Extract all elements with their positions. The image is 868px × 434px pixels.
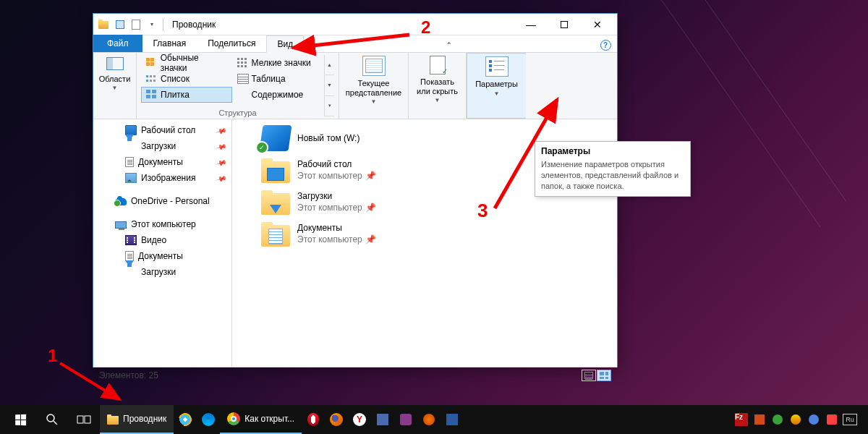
search-button[interactable] xyxy=(36,405,68,434)
ribbon-group-layout: Обычные значки Мелкие значки Список Табл… xyxy=(137,53,339,119)
status-bar: Элементов: 25 xyxy=(93,367,617,383)
pin-icon: 📌 xyxy=(365,171,376,181)
minimize-button[interactable]: — xyxy=(514,14,548,35)
file-name: Рабочий стол xyxy=(297,159,376,169)
taskbar-app-2[interactable] xyxy=(394,405,417,434)
svg-rect-5 xyxy=(77,416,83,423)
options-icon xyxy=(485,56,509,77)
sidebar-item-pictures[interactable]: Изображения📌 xyxy=(93,170,231,186)
taskbar-app-4[interactable] xyxy=(441,405,464,434)
tooltip-title: Параметры xyxy=(541,146,684,156)
medium-icons-icon xyxy=(146,58,158,68)
tab-share[interactable]: Поделиться xyxy=(197,35,266,52)
search-icon xyxy=(46,413,59,426)
chrome-icon xyxy=(227,412,240,425)
sidebar-item-documents-2[interactable]: Документы xyxy=(93,248,231,264)
layout-medium-icons[interactable]: Обычные значки xyxy=(141,55,232,71)
folder-icon xyxy=(107,416,119,425)
ribbon-show-hide[interactable]: Показать или скрыть ▼ xyxy=(409,53,467,119)
tray-app-a[interactable] xyxy=(752,412,767,427)
help-button[interactable]: ? xyxy=(597,38,614,52)
documents-icon xyxy=(125,251,134,261)
taskbar-edge[interactable] xyxy=(197,405,220,434)
tray-language[interactable]: Ru xyxy=(842,412,858,427)
file-item-documents[interactable]: ДокументыЭтот компьютер📌 xyxy=(232,218,617,250)
ribbon-group-panes: Области ▼ xyxy=(93,53,137,119)
status-view-details[interactable] xyxy=(582,370,596,381)
yandex-icon: Y xyxy=(353,413,366,426)
tray-icon xyxy=(809,414,819,425)
edge-icon xyxy=(202,413,215,426)
status-view-tiles[interactable] xyxy=(597,370,611,381)
desktop-icon xyxy=(125,125,137,135)
app-icon xyxy=(400,414,412,425)
taskbar-app-1[interactable] xyxy=(371,405,394,434)
tray-app-e[interactable] xyxy=(824,412,840,427)
taskbar-chrome-label: Как открыт... xyxy=(244,414,294,424)
layout-tiles[interactable]: Плитка xyxy=(141,87,232,103)
close-button[interactable]: ✕ xyxy=(581,14,614,35)
tray-filezilla[interactable]: Fz xyxy=(733,412,749,427)
sidebar-item-documents[interactable]: Документы📌 xyxy=(93,154,231,170)
qat-properties-button[interactable] xyxy=(112,17,128,33)
ribbon-current-view[interactable]: Текущее представление ▼ xyxy=(339,53,409,119)
folder-documents-icon xyxy=(261,225,290,247)
opera-icon xyxy=(307,413,319,426)
file-name: Документы xyxy=(297,223,376,233)
file-name: Загрузки xyxy=(297,191,376,201)
drive-icon xyxy=(259,125,292,151)
tab-home[interactable]: Главная xyxy=(142,35,197,52)
pictures-icon xyxy=(125,173,137,183)
maximize-button[interactable] xyxy=(548,14,581,35)
layout-scroll-down[interactable]: ▼ xyxy=(325,75,334,95)
taskbar-firefox[interactable] xyxy=(325,405,348,434)
svg-point-3 xyxy=(47,414,54,422)
windows-logo-icon xyxy=(15,414,26,425)
taskbar-ie[interactable] xyxy=(174,405,197,434)
layout-scroll-up[interactable]: ▲ xyxy=(325,55,334,75)
qat-customize-button[interactable]: ▾ xyxy=(144,17,160,33)
annotation-label-1: 1 xyxy=(48,346,57,366)
sidebar-item-onedrive[interactable]: OneDrive - Personal xyxy=(93,193,231,209)
titlebar: ▾ Проводник — ✕ xyxy=(93,14,617,35)
taskbar-explorer-label: Проводник xyxy=(123,414,166,424)
folder-downloads-icon xyxy=(261,193,290,215)
taskview-icon xyxy=(77,414,91,425)
ribbon-collapse-button[interactable]: ⌃ xyxy=(441,38,458,52)
layout-content[interactable]: Содержимое xyxy=(232,87,323,103)
start-button[interactable] xyxy=(4,405,36,434)
taskbar-explorer[interactable]: Проводник xyxy=(100,405,174,434)
task-view-button[interactable] xyxy=(68,405,100,434)
ribbon-options-button[interactable]: Параметры ▼ xyxy=(467,53,526,119)
options-tooltip: Параметры Изменение параметров открытия … xyxy=(535,141,691,197)
taskbar-chrome-tab[interactable]: Как открыт... xyxy=(220,405,302,434)
sidebar-item-videos[interactable]: Видео xyxy=(93,232,231,248)
tray-app-d[interactable] xyxy=(806,412,822,427)
sidebar-item-downloads[interactable]: Загрузки📌 xyxy=(93,138,231,154)
show-hide-label: Показать или скрыть xyxy=(417,77,458,95)
taskbar-app-3[interactable] xyxy=(417,405,441,434)
tab-view[interactable]: Вид xyxy=(266,35,304,53)
panes-label[interactable]: Области xyxy=(99,75,131,83)
status-item-count: Элементов: 25 xyxy=(99,370,158,380)
svg-rect-6 xyxy=(85,416,90,423)
tray-app-c[interactable] xyxy=(788,412,804,427)
pin-icon: 📌 xyxy=(216,140,227,152)
downloads-icon xyxy=(125,260,134,277)
sidebar-item-desktop[interactable]: Рабочий стол📌 xyxy=(93,122,231,138)
thispc-icon xyxy=(115,221,127,229)
taskbar-opera[interactable] xyxy=(302,405,325,434)
ribbon-tabs: Файл Главная Поделиться Вид ⌃ ? xyxy=(93,35,617,53)
layout-list[interactable]: Список xyxy=(141,71,232,87)
taskbar-yandex[interactable]: Y xyxy=(348,405,371,434)
chevron-down-icon: ▼ xyxy=(435,97,441,103)
tab-file[interactable]: Файл xyxy=(93,35,142,52)
qat-new-folder-button[interactable] xyxy=(128,17,144,33)
sidebar-item-thispc[interactable]: Этот компьютер xyxy=(93,216,231,232)
pin-icon: 📌 xyxy=(365,234,376,244)
app-icon xyxy=(423,414,435,425)
sidebar-item-downloads-2[interactable]: Загрузки xyxy=(93,264,231,280)
chevron-down-icon: ▼ xyxy=(112,85,118,91)
list-icon xyxy=(146,74,158,84)
tray-app-b[interactable] xyxy=(770,412,786,427)
